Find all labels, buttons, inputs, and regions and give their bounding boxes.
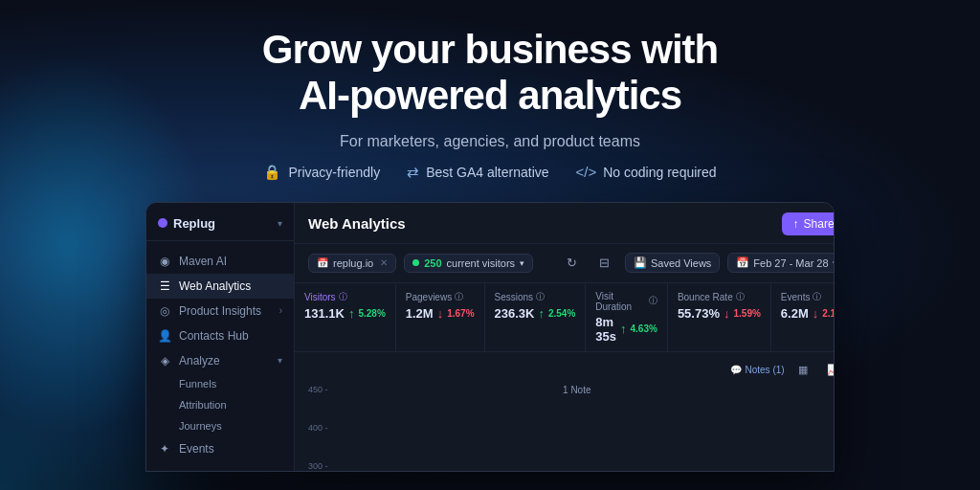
notes-label: Notes (1): [745, 365, 784, 375]
sidebar-item-maven[interactable]: ◉ Maven AI: [146, 249, 294, 274]
metric-bounce: Bounce Rate ⓘ 55.73% ↓ 1.59%: [668, 283, 771, 351]
notes-button[interactable]: 💬 Notes (1): [730, 358, 784, 383]
visitors-change: 5.28%: [358, 308, 385, 319]
metric-duration-label: Visit Duration ⓘ: [595, 291, 657, 312]
up-arrow-icon: ↑: [348, 306, 355, 321]
chart-bars: [337, 404, 835, 471]
sidebar-item-maven-label: Maven AI: [179, 255, 227, 268]
chart-type-button[interactable]: ▦: [791, 358, 815, 383]
analyze-expand-icon: ▾: [278, 355, 282, 366]
sidebar-item-events[interactable]: ✦ Events: [146, 436, 294, 461]
main-content: Grow your business with AI-powered analy…: [0, 0, 980, 472]
speech-icon: 💬: [730, 365, 742, 375]
badge-ga4-label: Best GA4 alternative: [426, 165, 548, 180]
domain-label: replug.io: [333, 257, 373, 269]
analytics-icon: ☰: [158, 279, 171, 293]
sidebar-item-analytics-label: Web Analytics: [179, 279, 251, 293]
page-title: Web Analytics: [308, 215, 406, 232]
chart-area: 💬 Notes (1) ▦ 📈 1 Note 450 - 400 - 300 -: [295, 352, 835, 471]
date-range-button[interactable]: 📅 Feb 27 - Mar 28 ▾: [727, 253, 835, 273]
sidebar: Replug ▾ ◉ Maven AI ☰ Web Analytics ◎ Pr…: [146, 203, 295, 471]
online-dot: [412, 259, 419, 266]
duration-info-icon: ⓘ: [649, 295, 657, 307]
brand-dot: [158, 218, 167, 228]
events-icon: ✦: [158, 442, 171, 456]
duration-change: 4.63%: [631, 323, 657, 334]
metric-pageviews-label: Pageviews ⓘ: [406, 291, 475, 303]
metric-pageviews-value: 1.2M ↓ 1.67%: [406, 306, 475, 321]
events-down-icon: ↓: [813, 306, 819, 321]
chart-actions: 💬 Notes (1) ▦ 📈: [308, 356, 835, 385]
main-header: Web Analytics ↑ Share: [295, 203, 835, 244]
y-axis-labels: 450 - 400 - 300 -: [308, 385, 328, 471]
expand-icon: ›: [279, 305, 282, 316]
date-chevron: ▾: [833, 258, 835, 268]
chevron-down-icon: ▾: [278, 218, 282, 229]
down-arrow-icon: ↓: [437, 306, 444, 321]
toolbar: 📅 replug.io ✕ 250 current visitors ▾ ↻ ⊟: [295, 244, 835, 283]
badge-privacy: 🔒 Privacy-friendly: [263, 164, 380, 181]
share-icon: ↑: [793, 217, 799, 231]
calendar-icon: 📅: [317, 257, 328, 268]
filter-button[interactable]: ⊟: [592, 251, 617, 276]
sessions-change: 2.54%: [548, 308, 575, 319]
sidebar-item-events-label: Events: [179, 442, 214, 456]
sidebar-sub-attribution[interactable]: Attribution: [146, 394, 294, 415]
hero-subheadline: For marketers, agencies, and product tea…: [340, 133, 640, 150]
events-info-icon: ⓘ: [813, 291, 821, 303]
events-change: 2.18%: [822, 308, 835, 319]
sidebar-item-insights-label: Product Insights: [179, 304, 261, 318]
refresh-button[interactable]: ↻: [560, 251, 585, 276]
hero-headline: Grow your business with AI-powered analy…: [262, 27, 718, 120]
metric-visitors: Visitors ⓘ 131.1K ↑ 5.28%: [295, 283, 396, 351]
sidebar-sub-funnels[interactable]: Funnels: [146, 373, 294, 394]
metric-events-label: Events ⓘ: [781, 291, 835, 303]
sidebar-item-analyze[interactable]: ◈ Analyze ▾: [146, 348, 294, 373]
bounce-info-icon: ⓘ: [736, 291, 745, 303]
y-label-3: 300 -: [308, 461, 328, 471]
save-icon: 💾: [634, 256, 647, 269]
metric-sessions-label: Sessions ⓘ: [495, 291, 576, 303]
sessions-up-icon: ↑: [538, 306, 545, 321]
badge-nocoding-label: No coding required: [603, 165, 716, 180]
sidebar-item-analytics[interactable]: ☰ Web Analytics: [146, 274, 294, 299]
metric-events-value: 6.2M ↓ 2.18%: [781, 306, 835, 321]
contacts-icon: 👤: [158, 329, 171, 343]
sidebar-item-analyze-label: Analyze: [179, 354, 220, 368]
metric-pageviews: Pageviews ⓘ 1.2M ↓ 1.67%: [396, 283, 485, 351]
sidebar-brand[interactable]: Replug ▾: [146, 212, 294, 241]
metric-bounce-value: 55.73% ↓ 1.59%: [678, 306, 761, 321]
sidebar-item-insights[interactable]: ◎ Product Insights ›: [146, 299, 294, 323]
y-label-2: 400 -: [308, 423, 328, 433]
insights-icon: ◎: [158, 304, 171, 318]
chart-note-label: 1 Note: [563, 385, 590, 395]
close-icon[interactable]: ✕: [380, 257, 388, 268]
metric-events: Events ⓘ 6.2M ↓ 2.18%: [771, 283, 835, 351]
metric-visitors-label: Visitors ⓘ: [304, 291, 386, 303]
pageviews-info-icon: ⓘ: [455, 291, 463, 303]
pageviews-change: 1.67%: [447, 308, 474, 319]
swap-icon: ⇄: [407, 164, 419, 181]
badge-privacy-label: Privacy-friendly: [288, 165, 380, 180]
lock-icon: 🔒: [263, 164, 281, 181]
code-icon: </>: [576, 164, 597, 180]
sidebar-item-contacts[interactable]: 👤 Contacts Hub: [146, 323, 294, 348]
metric-duration: Visit Duration ⓘ 8m 35s ↑ 4.63%: [586, 283, 668, 351]
metric-sessions-value: 236.3K ↑ 2.54%: [495, 306, 576, 321]
feature-badges: 🔒 Privacy-friendly ⇄ Best GA4 alternativ…: [263, 164, 716, 181]
bounce-down-icon: ↓: [724, 306, 730, 321]
dashboard-mockup: Replug ▾ ◉ Maven AI ☰ Web Analytics ◎ Pr…: [145, 202, 835, 472]
bounce-change: 1.59%: [733, 308, 760, 319]
duration-up-icon: ↑: [620, 322, 627, 336]
date-icon: 📅: [736, 256, 749, 269]
dashboard-inner: Replug ▾ ◉ Maven AI ☰ Web Analytics ◎ Pr…: [146, 203, 834, 471]
domain-filter[interactable]: 📅 replug.io ✕: [308, 254, 396, 273]
chart-line-button[interactable]: 📈: [821, 358, 835, 383]
sidebar-sub-journeys[interactable]: Journeys: [146, 415, 294, 436]
share-button[interactable]: ↑ Share: [782, 212, 835, 235]
saved-views-button[interactable]: 💾 Saved Views: [625, 253, 720, 273]
date-range-label: Feb 27 - Mar 28: [753, 257, 828, 269]
visitors-pill[interactable]: 250 current visitors ▾: [404, 254, 533, 273]
visitors-chevron: ▾: [520, 258, 524, 268]
visitors-label: current visitors: [447, 257, 516, 269]
